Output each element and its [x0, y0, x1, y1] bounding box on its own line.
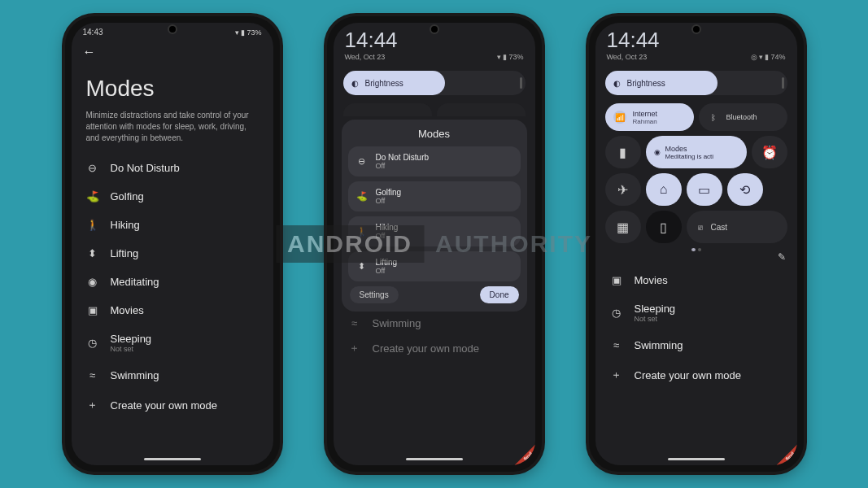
gesture-bar[interactable]: [406, 458, 463, 460]
tile-wallet[interactable]: ▭: [687, 173, 722, 206]
rotate-icon: ⟲: [739, 182, 750, 198]
wifi-icon: ▾: [235, 28, 239, 37]
gesture-bar[interactable]: [144, 458, 201, 460]
airplane-icon: ✈: [617, 182, 628, 198]
camera-punch-hole: [691, 24, 701, 34]
plus-icon: ＋: [610, 368, 623, 382]
back-button[interactable]: ←: [72, 38, 273, 59]
status-time: 14:43: [83, 28, 103, 37]
qs-time: 14:44: [345, 28, 398, 53]
brightness-label: Brightness: [627, 79, 665, 88]
panel-item-name: Hiking: [376, 223, 399, 232]
mode-label: Create your own mode: [635, 369, 742, 381]
camera-punch-hole: [168, 24, 177, 34]
mode-label: Create your own mode: [111, 399, 218, 412]
mode-label: Movies: [111, 304, 144, 316]
bluetooth-icon: ᛒ: [707, 111, 720, 124]
mode-item-plus[interactable]: ＋Create your own mode: [595, 359, 797, 390]
edit-tiles-button[interactable]: ✎: [778, 251, 786, 263]
status-right: ▾ ▮ 73%: [235, 28, 261, 37]
mode-label: Hiking: [111, 219, 140, 231]
tile-unknown1[interactable]: ▦: [605, 211, 641, 243]
qs-time: 14:44: [607, 28, 660, 53]
tile-airplane[interactable]: ✈: [605, 173, 641, 206]
phone-modes-settings: 14:43 ▾ ▮ 73% ← Modes Minimize distracti…: [65, 16, 280, 472]
tile-flashlight[interactable]: ▮: [605, 136, 641, 168]
tile-modes[interactable]: ◉ ModesMeditating is acti: [646, 136, 747, 168]
tile-internet[interactable]: 📶 InternetRahman: [605, 103, 694, 131]
dim-item-plus: ＋Create your own mode: [334, 335, 535, 361]
mode-item-sleep[interactable]: ◷SleepingNot set: [72, 325, 273, 361]
tile-rotate[interactable]: ⟲: [727, 173, 763, 206]
battery-icon: ▮: [503, 53, 507, 61]
brightness-slider[interactable]: ◐Brightness: [605, 71, 787, 95]
panel-item-state: Off: [376, 267, 398, 275]
panel-item-name: Do Not Disturb: [376, 153, 430, 162]
panel-item-dnd[interactable]: ⊖Do Not DisturbOff: [348, 146, 521, 176]
grid-icon: ▦: [617, 220, 629, 235]
mode-item-swim[interactable]: ≈Swimming: [595, 331, 797, 359]
tile-battery-saver[interactable]: ▯: [646, 211, 682, 243]
qs-date: Wed, Oct 23: [345, 53, 398, 61]
page-description: Minimize distractions and take control o…: [72, 110, 273, 154]
sun-icon: ◐: [613, 79, 621, 88]
flexil-badge: flexil: [768, 436, 797, 465]
hike-icon: 🚶: [356, 226, 368, 237]
mode-item-plus[interactable]: ＋Create your own mode: [72, 390, 273, 420]
mode-item-dnd[interactable]: ⊖Do Not Disturb: [72, 154, 273, 182]
mode-item-movie[interactable]: ▣Movies: [72, 296, 273, 325]
qs-date: Wed, Oct 23: [607, 53, 660, 61]
mode-item-golf[interactable]: ⛳Golfing: [72, 182, 273, 211]
mode-item-swim[interactable]: ≈Swimming: [72, 361, 273, 390]
wifi-icon: 📶: [613, 111, 626, 124]
mode-label: Sleeping: [111, 333, 152, 345]
panel-item-state: Off: [376, 232, 399, 240]
lift-icon: ⬍: [86, 247, 99, 259]
settings-button[interactable]: Settings: [350, 286, 399, 303]
movie-icon: ▣: [86, 304, 99, 316]
panel-item-state: Off: [376, 162, 430, 170]
done-button[interactable]: Done: [480, 286, 519, 303]
sun-icon: ◐: [351, 79, 359, 88]
mode-sublabel: Not set: [111, 345, 152, 353]
plus-icon: ＋: [86, 398, 99, 412]
brightness-label: Brightness: [365, 79, 403, 88]
dnd-icon: ⊖: [86, 162, 99, 174]
mode-label: Do Not Disturb: [111, 162, 180, 174]
mode-item-meditate[interactable]: ◉Meditating: [72, 268, 273, 296]
dnd-icon: ⊖: [356, 156, 368, 168]
sleep-icon: ◷: [86, 337, 99, 349]
page-indicator: [595, 248, 797, 251]
tile-home[interactable]: ⌂: [646, 173, 682, 206]
tile-cast[interactable]: ⎚Cast: [687, 211, 787, 243]
sleep-icon: ◷: [610, 307, 623, 319]
tile-bluetooth[interactable]: ᛒ Bluetooth: [699, 103, 787, 131]
meditate-icon: ◉: [86, 276, 99, 288]
swim-icon: ≈: [86, 369, 99, 381]
mode-label: Swimming: [635, 339, 683, 351]
cast-icon: ⎚: [698, 223, 703, 232]
location-icon: ◎: [751, 53, 757, 61]
meditate-icon: ◉: [654, 148, 661, 156]
mode-item-sleep[interactable]: ◷SleepingNot set: [595, 294, 797, 331]
movie-icon: ▣: [610, 274, 623, 286]
mode-item-lift[interactable]: ⬍Lifting: [72, 239, 273, 268]
tile-alarm[interactable]: ⏰: [752, 136, 787, 168]
panel-item-hike[interactable]: 🚶HikingOff: [348, 216, 521, 246]
flexil-badge: flexil: [506, 436, 535, 465]
phone-quick-settings: 14:44 Wed, Oct 23 ◎ ▾ ▮ 74% ◐Brightness …: [589, 16, 804, 472]
modes-panel: Modes ⊖Do Not DisturbOff⛳GolfingOff🚶Hiki…: [342, 120, 527, 312]
mode-label: Lifting: [111, 247, 139, 259]
page-title: Modes: [72, 59, 273, 110]
mode-label: Movies: [635, 274, 668, 286]
flashlight-icon: ▮: [619, 145, 626, 160]
mode-item-hike[interactable]: 🚶Hiking: [72, 211, 273, 239]
battery-percent: 73%: [508, 53, 523, 61]
wallet-icon: ▭: [698, 182, 710, 198]
panel-item-golf[interactable]: ⛳GolfingOff: [348, 181, 521, 211]
panel-item-lift[interactable]: ⬍LiftingOff: [348, 251, 521, 281]
panel-item-state: Off: [376, 197, 402, 205]
brightness-slider[interactable]: ◐Brightness: [343, 71, 526, 95]
gesture-bar[interactable]: [668, 458, 725, 460]
mode-item-movie[interactable]: ▣Movies: [595, 266, 797, 294]
